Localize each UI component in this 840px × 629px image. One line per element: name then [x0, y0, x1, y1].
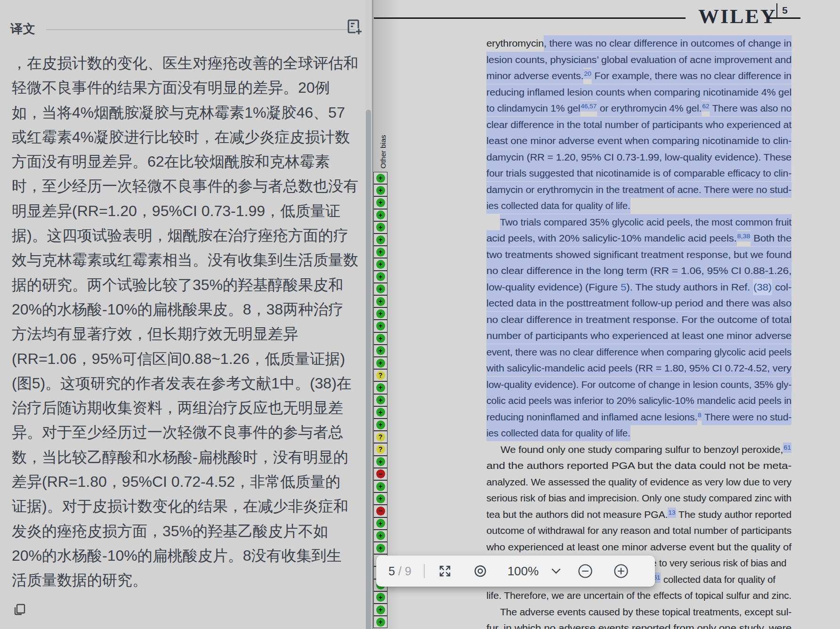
- reference-superscript-link[interactable]: 62: [702, 101, 710, 112]
- body-text: analyzed. We assessed the quality of evi…: [486, 476, 792, 487]
- highlighted-text: clear difference in the total number of …: [486, 117, 792, 133]
- reference-superscript-link[interactable]: 8,38: [736, 231, 751, 242]
- rob-low-risk-icon: +: [376, 248, 385, 257]
- page-text-line: to clindamycin 1% gel46,57 or erythromyc…: [486, 100, 793, 117]
- page-indicator: 5 / 9: [388, 564, 412, 578]
- highlighted-text: , there was no clear difference in outco…: [544, 35, 792, 51]
- translation-line: 方面没有明显差异。62在比较烟酰胺和克林霉素: [12, 149, 363, 174]
- highlighted-text: lesion counts, physicians’ global evalua…: [486, 52, 792, 68]
- header-divider-line: [46, 29, 357, 30]
- page-separator: /: [395, 564, 405, 578]
- highlighted-text: minor adverse events.: [486, 68, 583, 84]
- rob-low-risk-icon: +: [376, 359, 385, 368]
- body-text: serious risk of bias and imprecision. On…: [486, 492, 792, 503]
- rob-cell: −: [373, 468, 388, 480]
- translation-scrollbar-thumb[interactable]: [366, 110, 371, 629]
- translation-line: 轻微不良事件的结果方面没有明显的差异。20例: [12, 75, 363, 100]
- highlighted-text: event, there was no clear difference whe…: [486, 344, 792, 360]
- highlighted-text: damycin or erythromycin in the treatment…: [486, 182, 792, 198]
- rob-low-risk-icon: +: [376, 272, 385, 281]
- page-text-line: life. Therefore, we are uncertain of the…: [486, 588, 793, 604]
- page-current: 5: [388, 564, 395, 578]
- rob-low-risk-icon: +: [376, 420, 385, 429]
- highlighted-text: no clear difference in the long term (RR…: [486, 263, 792, 279]
- highlighted-text: col-: [772, 279, 792, 295]
- rob-low-risk-icon: +: [376, 519, 385, 528]
- highlighted-text: ies collected data for quality of life.: [486, 425, 630, 441]
- page-text-line: event, there was no clear difference whe…: [486, 344, 793, 361]
- rob-cell: +: [373, 332, 388, 345]
- translation-line: 效与克林霉素或红霉素相当。没有收集到生活质量数: [12, 248, 363, 272]
- add-to-document-button[interactable]: [345, 18, 363, 36]
- copy-icon: [13, 603, 27, 617]
- highlighted-text: number of participants who experienced a…: [486, 328, 792, 344]
- rob-low-risk-icon: +: [376, 408, 385, 417]
- translation-line: (图5)。这项研究的作者发表在参考文献1中。(38)在: [12, 371, 363, 395]
- page-text-line: number of participants who experienced a…: [486, 328, 793, 344]
- rob-cell: +: [373, 196, 388, 209]
- translation-panel: 译文 ，在皮损计数的变化、医生对痤疮改善的全球评估和轻微不良事件的结果方面没有明…: [0, 0, 365, 629]
- copy-translation-button[interactable]: [13, 603, 27, 617]
- toolbar-separator: [424, 564, 425, 578]
- translation-line: 据)。这四项试验表明，烟酰胺在治疗痤疮方面的疗: [12, 223, 363, 248]
- reference-superscript-link[interactable]: 20: [583, 69, 591, 79]
- page-text-line: least one minor adverse event when compa…: [486, 133, 793, 149]
- body-text: erythromycin: [486, 38, 544, 48]
- translation-text-block: ，在皮损计数的变化、医生对痤疮改善的全球评估和轻微不良事件的结果方面没有明显的差…: [12, 51, 363, 593]
- rob-cell: +: [373, 616, 388, 628]
- highlighted-text: Both the: [751, 230, 792, 246]
- highlighted-text: damycin (RR = 1.20, 95% CI 0.73-1.99, lo…: [486, 149, 792, 165]
- zoom-menu-button[interactable]: [551, 568, 561, 574]
- reference-superscript-link[interactable]: 13: [668, 508, 676, 518]
- preview-mode-button[interactable]: [473, 564, 488, 579]
- page-text-line: Two trials compared 35% glycolic acid pe…: [486, 214, 793, 231]
- page-text-line: erythromycin, there was no clear differe…: [486, 35, 793, 52]
- rob-low-risk-icon: +: [376, 309, 385, 318]
- fullscreen-button[interactable]: [438, 564, 452, 578]
- rob-cell: +: [373, 221, 388, 234]
- highlighted-text: low-quality evidence) (Figure: [486, 279, 621, 295]
- highlighted-text: four trials suggested that nicotinamide …: [486, 165, 792, 181]
- page-text-line: tea but the authors did not measure PGA.…: [486, 507, 793, 523]
- page-text-line: reducing inflamed lesion counts when com…: [486, 84, 793, 101]
- highlighted-text: For example, there was no clear differen…: [592, 68, 792, 84]
- reference-superscript-link[interactable]: 8: [697, 410, 702, 420]
- rob-cell: +: [373, 283, 388, 295]
- pdf-page: WILEY 5 Other bias ++++++++++++++++?++++…: [373, 0, 840, 629]
- highlighted-text: reducing inflamed lesion counts when com…: [486, 84, 792, 100]
- rob-low-risk-icon: +: [376, 395, 385, 404]
- page-text-line: ies collected data for quality of life.: [486, 425, 793, 442]
- rob-low-risk-icon: +: [376, 593, 385, 602]
- rob-low-risk-icon: +: [376, 198, 385, 207]
- page-text-line: two treatments showed significant treatm…: [486, 247, 793, 263]
- body-text: and the authors reported PGA but the dat…: [486, 460, 792, 471]
- rob-column-header: Other bias: [379, 135, 388, 169]
- zoom-in-button[interactable]: [613, 563, 629, 579]
- translation-line: 如，当将4%烟酰胺凝胶与克林霉素1%凝胶46、57: [12, 100, 363, 125]
- zoom-level-display[interactable]: 100%: [508, 564, 539, 579]
- rob-low-risk-icon: +: [376, 223, 385, 232]
- translation-line: 证据)。对于皮损计数变化的结果，在减少非炎症和: [12, 494, 363, 518]
- wiley-logo: WILEY: [698, 5, 777, 28]
- translation-line: 发炎的痤疮皮损方面，35%的羟基乙酸皮片不如: [12, 519, 363, 543]
- page-text-line: acid peels, with 20% salicylic-10% mande…: [486, 230, 793, 247]
- zoom-out-button[interactable]: [577, 563, 593, 579]
- inline-reference-link[interactable]: 5: [621, 279, 626, 295]
- rob-cell: +: [373, 307, 388, 320]
- rob-low-risk-icon: +: [376, 210, 385, 219]
- page-text-line: reducing noninflamed and inflamed acne l…: [486, 409, 793, 426]
- reference-superscript-link[interactable]: 46,57: [580, 101, 597, 112]
- rob-cell: +: [373, 394, 388, 406]
- body-text: We found only one study comparing sulfur…: [501, 444, 783, 455]
- rob-cell: +: [373, 295, 388, 307]
- rob-cell: +: [373, 530, 388, 542]
- rob-cell: +: [373, 357, 388, 369]
- page-text-line: lected data in the posttreatment follow-…: [486, 295, 793, 312]
- page-text-line: who experienced at least one minor adver…: [486, 539, 793, 556]
- page-text-line: ies collected data for quality of life.: [486, 198, 793, 214]
- translation-line: 活质量数据的研究。: [12, 568, 363, 592]
- rob-cell: +: [373, 258, 388, 270]
- page-text-line: colic acid peels was inferior to 20% sal…: [486, 393, 793, 409]
- inline-reference-link[interactable]: (38): [753, 279, 772, 295]
- reference-superscript-link[interactable]: 61: [783, 443, 792, 453]
